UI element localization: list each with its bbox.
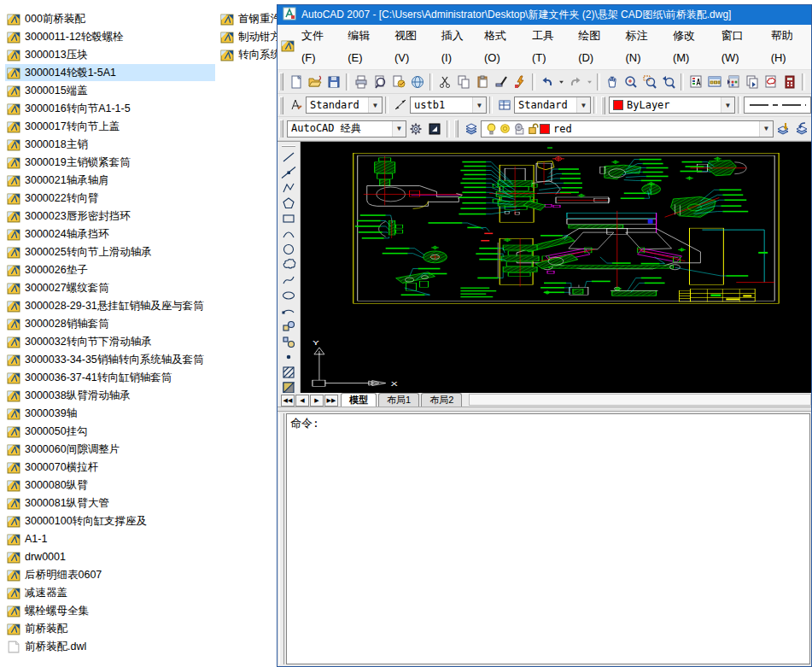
tab-first-icon[interactable]: ◀◀ (281, 395, 295, 407)
tab-布局2[interactable]: 布局2 (421, 393, 462, 407)
file-item[interactable]: 3000019主销锁紧套筒 (5, 154, 215, 171)
tab-last-icon[interactable]: ▶▶ (324, 395, 338, 407)
dwf-icon[interactable] (408, 73, 427, 91)
menu-item-t[interactable]: 工具(T) (525, 25, 571, 69)
plot-preview-icon[interactable] (371, 73, 389, 91)
toolbar-grip[interactable] (282, 145, 295, 147)
file-item[interactable]: 000前桥装配 (5, 10, 215, 27)
table-style-icon[interactable] (495, 96, 514, 114)
file-item[interactable]: 3000032转向节下滑动轴承 (5, 333, 215, 350)
chevron-down-icon[interactable]: ▼ (576, 97, 590, 113)
pan-icon[interactable] (603, 73, 622, 91)
sheetset-manager-icon[interactable] (743, 73, 762, 91)
paste-icon[interactable] (473, 73, 492, 91)
file-item[interactable]: 30000100转向缸支撑座及 (5, 512, 215, 530)
file-item[interactable]: 3000017转向节上盖 (5, 118, 215, 135)
menu-item-f[interactable]: 文件(F) (295, 25, 341, 69)
draw-insert-block-icon[interactable] (279, 319, 298, 334)
save-icon[interactable] (324, 73, 343, 91)
command-input[interactable]: 命令: (286, 413, 810, 664)
file-item[interactable]: 3000070横拉杆 (5, 459, 215, 476)
tab-布局1[interactable]: 布局1 (378, 393, 419, 407)
menu-item-m[interactable]: 修改(M) (666, 25, 715, 69)
color-combo[interactable]: ByLayer▼ (609, 97, 735, 114)
file-item[interactable]: 3000015端盖 (5, 82, 215, 99)
file-item[interactable]: 3000025转向节上滑动轴承 (5, 243, 215, 260)
command-grip[interactable] (279, 413, 284, 664)
properties-icon[interactable] (686, 73, 705, 91)
linetype-combo[interactable] (744, 97, 811, 114)
draw-arc-icon[interactable] (279, 226, 298, 242)
file-item[interactable]: 3000016转向节A1-1-5 (5, 100, 215, 117)
file-item[interactable]: drw0001 (5, 548, 215, 565)
file-item[interactable]: 螺栓螺母全集 (5, 602, 215, 619)
plot-icon[interactable] (352, 73, 371, 91)
draw-ellipse-arc-icon[interactable] (279, 303, 298, 319)
plot-state-icon[interactable] (512, 122, 525, 135)
draw-point-icon[interactable] (279, 349, 298, 365)
tool-palettes-icon[interactable] (724, 73, 743, 91)
menu-item-o[interactable]: 格式(O) (477, 25, 525, 69)
zoom-window-icon[interactable] (640, 73, 659, 91)
draw-pline-icon[interactable] (279, 180, 298, 196)
file-item[interactable]: 3000038纵臂滑动轴承 (5, 387, 215, 404)
menu-item-i[interactable]: 插入(I) (435, 25, 477, 69)
draw-polygon-icon[interactable] (279, 196, 298, 211)
file-item[interactable]: 3000033-34-35销轴转向系统轴及套筒 (5, 351, 215, 368)
file-item[interactable]: 3000024轴承挡环 (5, 225, 215, 243)
draw-revcloud-icon[interactable] (279, 257, 298, 272)
file-item[interactable]: 3000081纵臂大管 (5, 494, 215, 512)
chevron-down-icon[interactable]: ▼ (368, 97, 382, 113)
layer-combo[interactable]: red ▼ (481, 120, 774, 137)
menu-item-e[interactable]: 编辑(E) (341, 25, 388, 69)
file-item[interactable]: 3000022转向臂 (5, 190, 215, 207)
file-item[interactable]: 3000050挂勾 (5, 423, 215, 440)
file-item[interactable]: 3000014轮毂1-5A1 (5, 64, 215, 81)
dropdown-arrow-icon[interactable] (585, 73, 594, 91)
toolbar-grip[interactable] (279, 73, 283, 91)
document-icon[interactable] (281, 39, 295, 55)
make-object-layer-current-icon[interactable] (774, 120, 792, 138)
title-bar[interactable]: AutoCAD 2007 - [C:\Users\Administrator\D… (277, 5, 811, 25)
draw-hatch-icon[interactable] (279, 365, 298, 380)
toolbar-grip[interactable] (279, 120, 283, 137)
dim-style-combo[interactable]: ustb1▼ (410, 97, 487, 114)
file-item[interactable]: 3000080纵臂 (5, 477, 215, 494)
file-item[interactable]: 3000021轴承轴肩 (5, 172, 215, 189)
text-style-combo[interactable]: Standard▼ (306, 97, 383, 114)
text-style-icon[interactable] (287, 96, 306, 114)
file-item[interactable]: 前桥装配.dwl (5, 638, 215, 655)
menu-item-v[interactable]: 视图(V) (388, 25, 435, 69)
dim-style-icon[interactable] (391, 96, 410, 114)
table-style-combo[interactable]: Standard▼ (514, 97, 591, 114)
menu-item-h[interactable]: 帮助(H) (764, 25, 811, 69)
quickcalc-icon[interactable] (780, 73, 799, 91)
file-item[interactable]: 3000026垫子 (5, 261, 215, 278)
layer-previous-icon[interactable] (792, 120, 811, 138)
markup-set-manager-icon[interactable] (762, 73, 780, 91)
drawing-canvas[interactable]: Y X (301, 142, 811, 393)
block-editor-icon[interactable] (511, 73, 529, 91)
chevron-down-icon[interactable]: ▼ (759, 121, 773, 137)
draw-line-icon[interactable] (279, 149, 298, 165)
draw-ellipse-icon[interactable] (279, 288, 298, 303)
toolbar-grip[interactable] (279, 97, 283, 114)
match-properties-icon[interactable] (492, 73, 511, 91)
draw-xline-icon[interactable] (279, 165, 298, 180)
zoom-realtime-icon[interactable] (622, 73, 640, 91)
file-item[interactable]: 3000036-37-41转向缸销轴套筒 (5, 369, 215, 386)
open-icon[interactable] (306, 73, 324, 91)
workspace-settings-icon[interactable] (406, 120, 425, 138)
designcenter-icon[interactable] (705, 73, 724, 91)
zoom-previous-icon[interactable] (659, 73, 678, 91)
unlock-icon[interactable] (526, 122, 539, 135)
cut-icon[interactable] (435, 73, 454, 91)
file-item[interactable]: 后桥明细表0607 (5, 566, 215, 583)
file-item[interactable]: 3000028销轴套筒 (5, 315, 215, 332)
tab-prev-icon[interactable]: ◀ (295, 395, 309, 407)
file-item[interactable]: 3000011-12轮毂螺栓 (5, 28, 215, 45)
file-item[interactable]: 3000023唇形密封挡环 (5, 208, 215, 225)
dropdown-arrow-icon[interactable] (557, 73, 566, 91)
workspace-combo[interactable]: AutoCAD 经典▼ (287, 120, 406, 137)
menu-item-d[interactable]: 绘图(D) (571, 25, 618, 69)
